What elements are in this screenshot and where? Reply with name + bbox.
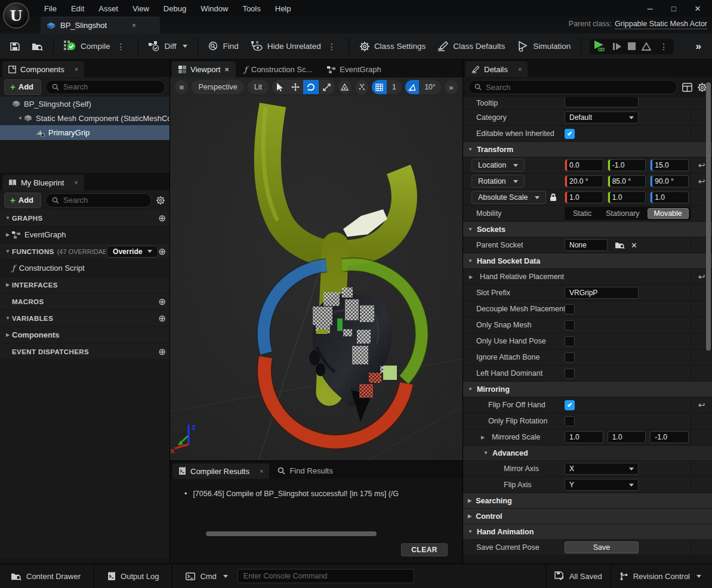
find-button[interactable]: Find [203,38,244,55]
parent-class-link[interactable]: Grippable Static Mesh Actor [615,20,707,29]
expander-icon[interactable]: ▶ [4,232,12,237]
menu-view[interactable]: View [125,1,156,16]
viewport-canvas[interactable]: z x [170,97,463,460]
add-item-icon[interactable]: ⊕ [158,296,166,307]
console-command-input[interactable]: Enter Console Command [238,569,414,583]
vector-field-y[interactable]: -1.0 [608,159,646,171]
compile-button[interactable]: Compile ⋮ [58,37,133,55]
vector-field-z[interactable]: -1.0 [650,431,689,443]
dropdown-mirror-axis[interactable]: X [565,463,639,475]
text-field[interactable] [565,97,639,107]
add-item-icon[interactable]: ⊕ [158,346,166,357]
add-item-icon[interactable]: ⊕ [158,246,166,257]
vector-field-z[interactable]: 90.0 ° [650,175,689,187]
bp-row-interfaces[interactable]: ▶INTERFACES [0,277,169,293]
compile-options-icon[interactable]: ⋮ [115,42,128,51]
tab-components[interactable]: Components × [2,61,84,77]
checkbox-editable-when-inherited[interactable]: ✔ [565,129,575,139]
expander-icon[interactable]: ▼ [468,227,473,232]
hide-unrelated-options-icon[interactable]: ⋮ [325,42,338,51]
expander-icon[interactable]: ▶ [4,282,12,287]
clear-button[interactable]: CLEAR [401,543,448,556]
all-saved-button[interactable]: All Saved [550,568,607,584]
dropdown-flip-axis[interactable]: Y [565,479,639,491]
menu-help[interactable]: Help [268,1,298,16]
vector-field-x[interactable]: 0.0 [565,159,603,171]
add-blueprint-item-button[interactable]: + Add [4,193,41,208]
expander-icon[interactable]: ▼ [4,315,12,321]
scale-tool-icon[interactable] [319,80,334,94]
axis-mode-dropdown[interactable]: Rotation [471,175,525,188]
expander-icon[interactable]: ▼ [4,249,12,254]
stop-icon[interactable] [628,42,636,50]
mobility-option-movable[interactable]: Movable [648,208,689,219]
content-drawer-button[interactable]: Content Drawer [6,569,85,584]
dropdown-category[interactable]: Default [565,112,639,123]
viewport-tab-close-icon[interactable]: × [224,65,229,74]
angle-snap-icon[interactable] [405,80,420,94]
tree-item-static[interactable]: ▼Static Mesh Component (StaticMeshCo [0,111,169,125]
class-defaults-button[interactable]: Class Defaults [432,38,510,55]
vector-field-y[interactable]: 1.0 [608,431,646,443]
select-tool-icon[interactable] [272,80,288,94]
vector-field-z[interactable]: 15.0 [650,159,689,171]
viewport-toolbar-overflow-icon[interactable]: » [445,80,458,94]
expander-icon[interactable]: ▶ [4,332,12,338]
bp-row-components[interactable]: ▶Components [0,327,169,343]
add-item-icon[interactable]: ⊕ [158,313,166,324]
checkbox-only-snap-mesh[interactable] [565,320,575,330]
vector-field-z[interactable]: 1.0 [650,191,689,203]
horizontal-scrollbar[interactable] [206,531,377,536]
details-section-transform[interactable]: ▼Transform [463,142,712,157]
simulation-button[interactable]: Simulation [511,38,576,55]
details-scrollbar[interactable] [706,82,711,351]
expander-icon[interactable]: ▼ [17,116,24,121]
asset-tab-bp-slingshot[interactable]: BP_Slingshot × [41,17,160,33]
step-forward-icon[interactable] [612,42,622,51]
tree-item-primarygrip[interactable]: PrimaryGrip [0,125,169,140]
tab-compiler-results[interactable]: Compiler Results × [172,463,269,479]
save-pose-button[interactable]: Save [565,541,639,553]
checkbox-only-flip-rotation[interactable] [565,416,575,426]
mobility-option-stationary[interactable]: Stationary [599,208,646,219]
details-section-advanced[interactable]: ▼Advanced [463,445,712,461]
details-section-hand-animation[interactable]: ▼Hand Animation [463,524,712,540]
expander-icon[interactable]: ▼ [468,147,473,152]
expander-icon[interactable]: ▶ [468,498,471,503]
move-tool-icon[interactable] [288,80,303,94]
reset-to-default-icon[interactable]: ↩ [698,177,705,186]
settings-gear-icon[interactable] [156,196,165,205]
details-section-hand-socket-data[interactable]: ▼Hand Socket Data [463,253,712,269]
unreal-logo-icon[interactable]: U [3,2,29,29]
details-section-searching[interactable]: ▶Searching [463,493,712,509]
details-search-input[interactable]: Search [468,80,677,94]
add-component-button[interactable]: + Add [4,79,41,95]
toolbar-overflow-icon[interactable]: » [696,41,701,52]
bp-row-functions[interactable]: ▼FUNCTIONS(47 OVERRIDABLEOverride⊕ [0,243,169,260]
maximize-button[interactable]: □ [663,1,685,16]
minimize-button[interactable]: ─ [639,1,661,16]
tab-find-results[interactable]: Find Results [271,463,339,479]
menu-window[interactable]: Window [193,1,235,16]
bp-row-variables[interactable]: ▼VARIABLES⊕ [0,310,169,327]
skip-to-icon[interactable] [642,42,651,51]
details-section-sockets[interactable]: ▼Sockets [463,222,712,237]
clear-socket-icon[interactable]: ✕ [631,241,637,250]
surface-snapping-icon[interactable] [355,80,368,94]
tab-construction-script[interactable]: ƒ Construction Sc... [238,61,319,78]
bp-row-construction-script[interactable]: ƒConstruction Script [0,260,169,277]
tab-my-blueprint[interactable]: My Blueprint × [2,175,84,190]
asset-tab-close-icon[interactable]: × [132,21,136,30]
save-button[interactable] [5,38,25,55]
socket-field[interactable]: None [565,239,608,251]
bp-row-eventgraph[interactable]: ▶EventGraph [0,227,169,243]
tab-eventgraph[interactable]: EventGraph [320,61,387,78]
reset-to-default-icon[interactable]: ↩ [698,160,705,170]
tree-item-bp_slingshot[interactable]: BP_Slingshot (Self) [0,97,169,111]
checkbox-decouple-mesh-placement[interactable] [565,304,575,314]
vector-field-x[interactable]: 1.0 [565,191,603,203]
hide-unrelated-button[interactable]: Hide Unrelated ⋮ [245,38,344,55]
perspective-dropdown[interactable]: Perspective [192,80,244,94]
text-field[interactable]: VRGripP [565,287,639,299]
expander-icon[interactable]: ▶ [468,513,471,519]
